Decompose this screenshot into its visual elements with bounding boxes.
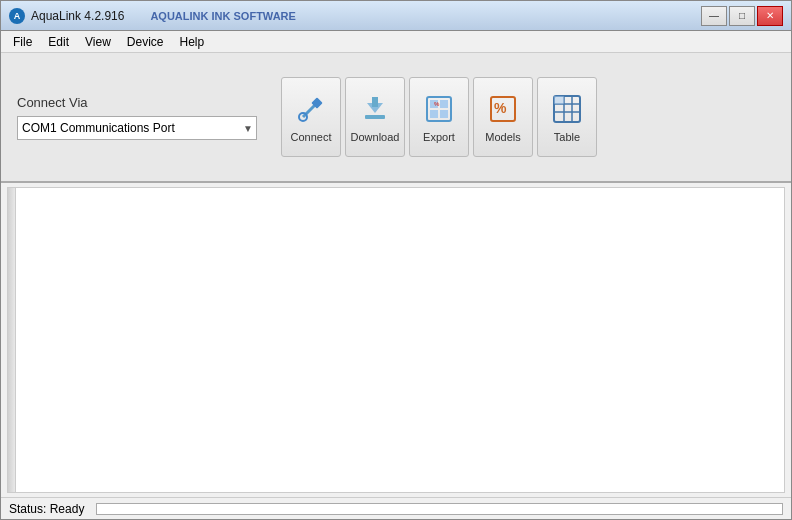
main-content	[7, 187, 785, 493]
close-button[interactable]: ✕	[757, 6, 783, 26]
models-button[interactable]: % Models	[473, 77, 533, 157]
svg-rect-19	[554, 96, 564, 104]
connect-via-label: Connect Via	[17, 95, 257, 110]
port-select-wrapper: COM1 Communications Port COM2 Communicat…	[17, 116, 257, 140]
models-label: Models	[485, 131, 520, 143]
svg-rect-10	[440, 110, 448, 118]
menu-device[interactable]: Device	[119, 33, 172, 51]
table-button[interactable]: Table	[537, 77, 597, 157]
menu-help[interactable]: Help	[172, 33, 213, 51]
table-icon	[549, 91, 585, 127]
menubar: File Edit View Device Help	[1, 31, 791, 53]
toolbar: Connect Via COM1 Communications Port COM…	[1, 53, 791, 183]
menu-edit[interactable]: Edit	[40, 33, 77, 51]
minimize-button[interactable]: —	[701, 6, 727, 26]
status-label: Status: Ready	[9, 502, 84, 516]
side-panel	[8, 188, 16, 492]
connect-label: Connect	[291, 131, 332, 143]
svg-rect-8	[440, 100, 448, 108]
export-icon: %	[421, 91, 457, 127]
menu-file[interactable]: File	[5, 33, 40, 51]
svg-rect-9	[430, 110, 438, 118]
menu-view[interactable]: View	[77, 33, 119, 51]
toolbar-buttons: Connect Download	[281, 77, 597, 157]
connect-button[interactable]: Connect	[281, 77, 341, 157]
main-window: A AquaLink 4.2.916 AQUALINK INK SOFTWARE…	[0, 0, 792, 520]
download-label: Download	[351, 131, 400, 143]
connect-via-group: Connect Via COM1 Communications Port COM…	[17, 95, 257, 140]
titlebar-subtitle: AQUALINK INK SOFTWARE	[150, 10, 295, 22]
statusbar: Status: Ready	[1, 497, 791, 519]
export-label: Export	[423, 131, 455, 143]
download-icon	[357, 91, 393, 127]
svg-text:%: %	[434, 101, 440, 107]
titlebar-title: AquaLink 4.2.916	[31, 9, 124, 23]
table-label: Table	[554, 131, 580, 143]
titlebar-left: A AquaLink 4.2.916 AQUALINK INK SOFTWARE	[9, 8, 296, 24]
svg-rect-5	[372, 97, 378, 107]
titlebar-buttons: — □ ✕	[701, 6, 783, 26]
port-select[interactable]: COM1 Communications Port COM2 Communicat…	[17, 116, 257, 140]
export-button[interactable]: % Export	[409, 77, 469, 157]
titlebar: A AquaLink 4.2.916 AQUALINK INK SOFTWARE…	[1, 1, 791, 31]
svg-text:%: %	[494, 100, 507, 116]
app-icon: A	[9, 8, 25, 24]
models-icon: %	[485, 91, 521, 127]
status-progressbar	[96, 503, 783, 515]
svg-rect-3	[365, 115, 385, 119]
maximize-button[interactable]: □	[729, 6, 755, 26]
connect-icon	[293, 91, 329, 127]
download-button[interactable]: Download	[345, 77, 405, 157]
